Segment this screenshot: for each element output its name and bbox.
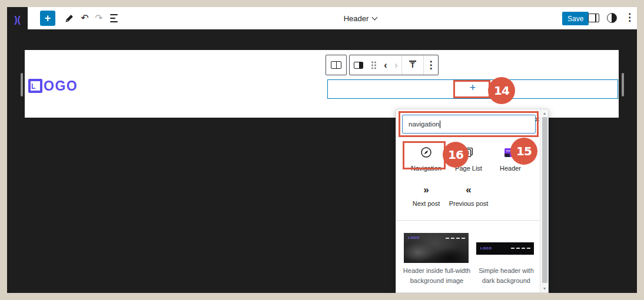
add-block-button[interactable]: + xyxy=(328,82,618,93)
block-label: Previous post xyxy=(448,200,489,207)
chevron-right-icon: › xyxy=(394,60,397,71)
logo-mark-icon: L xyxy=(28,79,42,93)
site-logo[interactable]: L OGO xyxy=(28,78,78,94)
undo-icon: ↶ xyxy=(81,14,88,23)
drag-dots-icon xyxy=(371,61,377,70)
pattern-preview-dark-header[interactable]: LOGO xyxy=(476,242,534,255)
search-value: navigation xyxy=(409,121,439,128)
clear-search-button[interactable]: × xyxy=(535,114,540,124)
annotation-step-badge: 15 xyxy=(510,138,537,165)
move-left-button[interactable]: ‹ xyxy=(380,55,391,75)
scrollbar-thumb[interactable] xyxy=(542,117,547,283)
logo-text: OGO xyxy=(44,78,78,94)
block-label: Next post xyxy=(406,200,447,207)
move-right-button[interactable]: › xyxy=(391,55,401,75)
search-input[interactable]: navigation xyxy=(402,115,536,134)
resize-handle-right[interactable] xyxy=(622,73,624,96)
styles-button[interactable] xyxy=(607,13,617,23)
save-button[interactable]: Save xyxy=(562,12,589,25)
step-number: 16 xyxy=(448,148,463,162)
pattern-mini-logo: LOGO xyxy=(480,246,492,250)
block-inserter-toggle-button[interactable]: + xyxy=(40,11,55,26)
navigation-icon xyxy=(419,145,433,159)
annotation-step-badge: 16 xyxy=(443,142,469,168)
columns-icon xyxy=(331,61,341,69)
scroll-down-icon[interactable]: ▾ xyxy=(540,286,549,291)
pattern-preview-fullwidth-header[interactable]: LOGO xyxy=(404,233,469,263)
block-inserter-popup: navigation × Navigation xyxy=(396,109,549,293)
drag-handle[interactable] xyxy=(367,55,380,75)
site-logo-glyph: )( xyxy=(14,15,21,25)
step-number: 14 xyxy=(494,84,509,98)
logo-mark-letter: L xyxy=(31,83,35,90)
select-parent-columns-button[interactable] xyxy=(326,55,347,75)
selected-empty-block[interactable]: + xyxy=(327,79,618,99)
site-icon-button[interactable]: )( xyxy=(7,7,28,33)
site-editor-window: + ↶ ↷ Header Save xyxy=(7,7,637,293)
tools-button[interactable] xyxy=(62,11,76,25)
step-number: 15 xyxy=(516,144,532,158)
vertical-align-button[interactable]: T xyxy=(402,55,423,75)
pattern-mini-logo: LOGO xyxy=(408,236,420,239)
previous-post-icon: « xyxy=(466,184,471,196)
pattern-label: Simple header with dark background xyxy=(476,266,536,286)
block-result-next-post[interactable]: » Next post xyxy=(406,182,447,207)
redo-icon: ↷ xyxy=(95,14,102,23)
align-top-icon: T xyxy=(409,61,416,70)
list-view-icon xyxy=(110,14,118,22)
pattern-mini-nav-links xyxy=(511,248,530,249)
redo-button[interactable]: ↷ xyxy=(92,11,106,25)
ellipsis-icon: ⋮ xyxy=(426,59,436,71)
options-menu-button[interactable]: ⋮ xyxy=(625,11,635,24)
block-result-previous-post[interactable]: « Previous post xyxy=(448,182,489,207)
annotation-step-badge: 14 xyxy=(488,77,515,104)
document-title: Header xyxy=(344,14,369,23)
pattern-mini-nav-links xyxy=(446,238,465,239)
sidebar-panel-icon xyxy=(595,14,596,22)
plus-icon: + xyxy=(45,13,51,24)
chevron-left-icon: ‹ xyxy=(384,60,387,71)
screenshot-frame: + ↶ ↷ Header Save xyxy=(0,0,644,300)
block-options-button[interactable]: ⋮ xyxy=(424,55,438,75)
text-caret xyxy=(440,121,440,128)
undo-button[interactable]: ↶ xyxy=(78,11,92,25)
list-view-button[interactable] xyxy=(107,11,121,25)
column-block-icon xyxy=(354,62,363,69)
block-toolbar: ‹ › T ⋮ xyxy=(349,55,439,75)
popup-scrollbar[interactable]: ▴ ▾ xyxy=(540,109,548,292)
next-post-icon: » xyxy=(423,184,429,196)
pattern-label: Header inside full-width background imag… xyxy=(398,266,476,286)
block-type-button[interactable] xyxy=(350,55,367,75)
editor-top-bar: + ↶ ↷ Header Save xyxy=(28,7,637,29)
resize-handle-left[interactable] xyxy=(21,73,23,96)
chevron-down-icon xyxy=(372,14,378,20)
block-label: Header xyxy=(490,165,531,172)
settings-sidebar-button[interactable] xyxy=(588,14,599,22)
scroll-up-icon[interactable]: ▴ xyxy=(540,111,549,116)
block-label: Navigation xyxy=(406,165,447,172)
document-title-dropdown[interactable]: Header xyxy=(304,7,416,29)
popup-divider xyxy=(396,220,541,221)
pencil-icon xyxy=(64,14,74,24)
block-result-navigation[interactable]: Navigation xyxy=(406,145,447,172)
